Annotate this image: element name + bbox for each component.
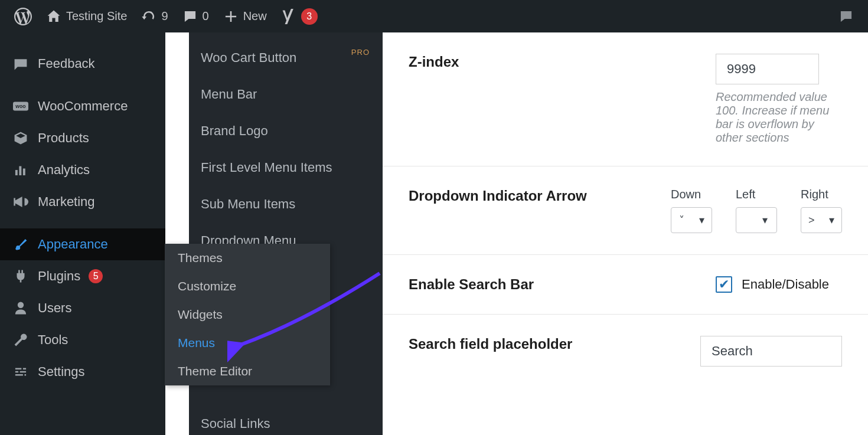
section-social-links[interactable]: Social Links bbox=[165, 405, 383, 435]
section-label: Menu Bar bbox=[201, 87, 257, 102]
sidebar-item-label: Marketing bbox=[38, 194, 95, 210]
section-label: Woo Cart Button bbox=[201, 50, 296, 65]
dd-right-label: Right bbox=[801, 188, 842, 201]
section-sub-menu[interactable]: Sub Menu Items bbox=[165, 186, 383, 223]
section-menu-bar[interactable]: Menu Bar bbox=[165, 76, 383, 113]
checkbox-icon: ✔ bbox=[716, 276, 732, 293]
sidebar-item-label: WooCommerce bbox=[38, 99, 128, 114]
plug-icon bbox=[12, 269, 30, 284]
sidebar-item-users[interactable]: Users bbox=[0, 292, 165, 324]
sidebar-item-settings[interactable]: Settings bbox=[0, 356, 165, 388]
section-label: First Level Menu Items bbox=[201, 160, 332, 175]
brush-icon bbox=[12, 237, 30, 252]
row-zindex: Z-index Recommended value 100. Increase … bbox=[383, 32, 868, 166]
submenu-theme-editor[interactable]: Theme Editor bbox=[165, 357, 330, 385]
yoast-count: 3 bbox=[301, 8, 318, 25]
admin-sidebar: Feedback woo WooCommerce Products Analyt… bbox=[0, 32, 165, 435]
sidebar-item-label: Tools bbox=[38, 332, 68, 348]
sidebar-item-label: Feedback bbox=[38, 56, 95, 71]
row-search-placeholder: Search field placeholder bbox=[383, 315, 868, 388]
submenu-menus[interactable]: Menus bbox=[165, 329, 330, 357]
home-icon bbox=[46, 9, 61, 24]
sliders-icon bbox=[12, 364, 30, 380]
plus-icon bbox=[223, 9, 239, 24]
zindex-input[interactable] bbox=[716, 54, 819, 84]
row-enable-search: Enable Search Bar ✔ Enable/Disable bbox=[383, 255, 868, 315]
sidebar-item-analytics[interactable]: Analytics bbox=[0, 154, 165, 186]
comment-icon bbox=[182, 9, 198, 24]
search-placeholder-input[interactable] bbox=[700, 336, 842, 367]
sidebar-item-label: Settings bbox=[38, 364, 85, 380]
sidebar-item-woocommerce[interactable]: woo WooCommerce bbox=[0, 90, 165, 122]
zindex-hint: Recommended value 100. Increase if menu … bbox=[716, 90, 842, 145]
sidebar-item-appearance[interactable]: Appearance bbox=[0, 228, 165, 260]
user-icon bbox=[12, 300, 30, 316]
sidebar-item-label: Products bbox=[38, 130, 89, 146]
appearance-submenu: Themes Customize Widgets Menus Theme Edi… bbox=[165, 244, 330, 385]
yoast-link[interactable]: 3 bbox=[274, 0, 325, 32]
section-label: Social Links bbox=[201, 416, 270, 431]
updates-link[interactable]: 9 bbox=[134, 0, 175, 32]
submenu-widgets[interactable]: Widgets bbox=[165, 300, 330, 329]
dd-left-label: Left bbox=[736, 188, 777, 201]
submenu-customize[interactable]: Customize bbox=[165, 272, 330, 300]
chat-icon bbox=[838, 9, 854, 24]
wp-logo[interactable] bbox=[7, 0, 39, 32]
pro-badge: PRO bbox=[351, 48, 370, 57]
section-label: Sub Menu Items bbox=[201, 197, 295, 211]
chevron-down-icon: ▾ bbox=[699, 214, 704, 227]
main-panel: Z-index Recommended value 100. Increase … bbox=[383, 32, 868, 435]
analytics-icon bbox=[12, 162, 30, 178]
chevron-down-icon: ▾ bbox=[762, 214, 768, 227]
box-icon bbox=[12, 130, 30, 146]
field-label: Z-index bbox=[409, 54, 716, 70]
checkbox-label: Enable/Disable bbox=[742, 277, 829, 292]
chat-icon-button[interactable] bbox=[831, 0, 861, 32]
feedback-icon bbox=[12, 56, 30, 71]
chevron-down-icon: ▾ bbox=[829, 214, 834, 227]
sidebar-item-label: Plugins bbox=[38, 269, 80, 284]
woo-icon: woo bbox=[12, 99, 30, 114]
field-label: Dropdown Indicator Arrow bbox=[409, 188, 671, 204]
site-link[interactable]: Testing Site bbox=[39, 0, 134, 32]
comments-count: 0 bbox=[203, 9, 209, 23]
wrench-icon bbox=[12, 332, 30, 348]
field-label: Enable Search Bar bbox=[409, 276, 716, 293]
sidebar-item-label: Analytics bbox=[38, 162, 90, 178]
sidebar-item-products[interactable]: Products bbox=[0, 122, 165, 154]
site-title: Testing Site bbox=[66, 9, 127, 23]
section-woo-cart[interactable]: Woo Cart Button PRO bbox=[165, 40, 383, 76]
new-label: New bbox=[243, 9, 267, 23]
megaphone-icon bbox=[12, 194, 30, 210]
sidebar-item-label: Appearance bbox=[38, 237, 108, 252]
sidebar-item-plugins[interactable]: Plugins 5 bbox=[0, 260, 165, 292]
submenu-themes[interactable]: Themes bbox=[165, 244, 330, 272]
sidebar-item-label: Users bbox=[38, 300, 71, 316]
field-label: Search field placeholder bbox=[409, 336, 700, 352]
dd-left-select[interactable]: ▾ bbox=[736, 207, 777, 233]
plugins-badge: 5 bbox=[89, 269, 103, 283]
dd-right-select[interactable]: >▾ bbox=[801, 207, 842, 233]
dd-down-label: Down bbox=[671, 188, 712, 201]
svg-text:woo: woo bbox=[15, 103, 25, 109]
enable-search-checkbox[interactable]: ✔ Enable/Disable bbox=[716, 276, 842, 293]
updates-icon bbox=[141, 9, 156, 24]
sidebar-item-tools[interactable]: Tools bbox=[0, 324, 165, 356]
section-first-level[interactable]: First Level Menu Items bbox=[165, 149, 383, 186]
dd-down-select[interactable]: ˅▾ bbox=[671, 207, 712, 233]
new-link[interactable]: New bbox=[216, 0, 274, 32]
admin-bar: Testing Site 9 0 New 3 bbox=[0, 0, 868, 32]
section-label: Brand Logo bbox=[201, 123, 268, 138]
updates-count: 9 bbox=[161, 9, 168, 23]
yoast-icon bbox=[281, 9, 296, 24]
sidebar-item-feedback[interactable]: Feedback bbox=[0, 48, 165, 80]
comments-link[interactable]: 0 bbox=[175, 0, 216, 32]
sidebar-item-marketing[interactable]: Marketing bbox=[0, 186, 165, 218]
row-dropdown-arrow: Dropdown Indicator Arrow Down ˅▾ Left ▾ … bbox=[383, 166, 868, 255]
section-brand-logo[interactable]: Brand Logo bbox=[165, 113, 383, 149]
